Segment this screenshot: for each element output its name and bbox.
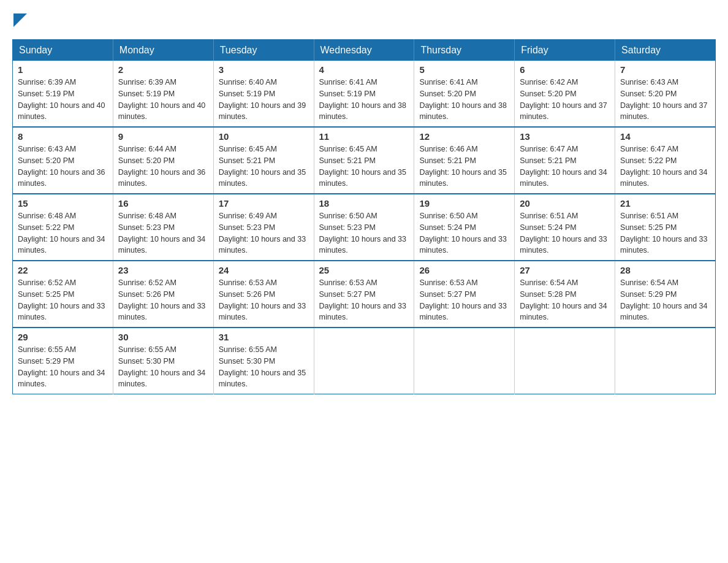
day-number: 11 xyxy=(319,131,409,142)
calendar-cell: 25 Sunrise: 6:53 AMSunset: 5:27 PMDaylig… xyxy=(314,261,414,327)
day-info: Sunrise: 6:52 AMSunset: 5:25 PMDaylight:… xyxy=(18,278,105,321)
day-number: 2 xyxy=(118,64,208,75)
day-info: Sunrise: 6:39 AMSunset: 5:19 PMDaylight:… xyxy=(118,78,205,121)
day-info: Sunrise: 6:55 AMSunset: 5:30 PMDaylight:… xyxy=(118,345,205,388)
day-info: Sunrise: 6:47 AMSunset: 5:21 PMDaylight:… xyxy=(520,145,607,188)
calendar-cell: 5 Sunrise: 6:41 AMSunset: 5:20 PMDayligh… xyxy=(414,61,515,127)
day-number: 4 xyxy=(319,64,409,75)
calendar-cell: 6 Sunrise: 6:42 AMSunset: 5:20 PMDayligh… xyxy=(515,61,615,127)
day-info: Sunrise: 6:41 AMSunset: 5:20 PMDaylight:… xyxy=(419,78,506,121)
day-info: Sunrise: 6:44 AMSunset: 5:20 PMDaylight:… xyxy=(118,145,205,188)
day-info: Sunrise: 6:54 AMSunset: 5:29 PMDaylight:… xyxy=(620,278,707,321)
calendar-cell: 4 Sunrise: 6:41 AMSunset: 5:19 PMDayligh… xyxy=(314,61,414,127)
calendar-cell: 18 Sunrise: 6:50 AMSunset: 5:23 PMDaylig… xyxy=(314,194,414,261)
day-number: 8 xyxy=(18,131,108,142)
calendar-cell: 30 Sunrise: 6:55 AMSunset: 5:30 PMDaylig… xyxy=(113,327,213,394)
calendar-week-row: 8 Sunrise: 6:43 AMSunset: 5:20 PMDayligh… xyxy=(13,127,716,194)
calendar-cell: 9 Sunrise: 6:44 AMSunset: 5:20 PMDayligh… xyxy=(113,127,213,194)
day-info: Sunrise: 6:48 AMSunset: 5:22 PMDaylight:… xyxy=(18,212,105,255)
day-info: Sunrise: 6:55 AMSunset: 5:30 PMDaylight:… xyxy=(219,345,306,388)
calendar-cell: 16 Sunrise: 6:48 AMSunset: 5:23 PMDaylig… xyxy=(113,194,213,261)
day-number: 6 xyxy=(520,64,610,75)
day-info: Sunrise: 6:53 AMSunset: 5:27 PMDaylight:… xyxy=(319,278,406,321)
day-info: Sunrise: 6:43 AMSunset: 5:20 PMDaylight:… xyxy=(620,78,707,121)
day-number: 10 xyxy=(219,131,309,142)
day-info: Sunrise: 6:50 AMSunset: 5:23 PMDaylight:… xyxy=(319,212,406,255)
day-info: Sunrise: 6:51 AMSunset: 5:24 PMDaylight:… xyxy=(520,212,607,255)
calendar-cell: 2 Sunrise: 6:39 AMSunset: 5:19 PMDayligh… xyxy=(113,61,213,127)
calendar-cell xyxy=(615,327,716,394)
calendar-cell: 14 Sunrise: 6:47 AMSunset: 5:22 PMDaylig… xyxy=(615,127,716,194)
day-info: Sunrise: 6:55 AMSunset: 5:29 PMDaylight:… xyxy=(18,345,105,388)
logo xyxy=(12,12,27,27)
calendar-cell: 23 Sunrise: 6:52 AMSunset: 5:26 PMDaylig… xyxy=(113,261,213,327)
calendar-week-row: 1 Sunrise: 6:39 AMSunset: 5:19 PMDayligh… xyxy=(13,61,716,127)
day-number: 1 xyxy=(18,64,108,75)
calendar-week-row: 22 Sunrise: 6:52 AMSunset: 5:25 PMDaylig… xyxy=(13,261,716,327)
day-info: Sunrise: 6:39 AMSunset: 5:19 PMDaylight:… xyxy=(18,78,105,121)
calendar-header-sunday: Sunday xyxy=(13,40,113,61)
calendar-cell: 24 Sunrise: 6:53 AMSunset: 5:26 PMDaylig… xyxy=(213,261,314,327)
calendar-cell: 28 Sunrise: 6:54 AMSunset: 5:29 PMDaylig… xyxy=(615,261,716,327)
page-header xyxy=(12,12,716,27)
calendar-cell: 12 Sunrise: 6:46 AMSunset: 5:21 PMDaylig… xyxy=(414,127,515,194)
svg-marker-0 xyxy=(13,13,27,27)
day-number: 18 xyxy=(319,198,409,209)
calendar-cell: 10 Sunrise: 6:45 AMSunset: 5:21 PMDaylig… xyxy=(213,127,314,194)
calendar-cell xyxy=(314,327,414,394)
calendar-header-friday: Friday xyxy=(515,40,615,61)
day-number: 24 xyxy=(219,265,309,275)
day-number: 31 xyxy=(219,332,309,342)
calendar-cell: 11 Sunrise: 6:45 AMSunset: 5:21 PMDaylig… xyxy=(314,127,414,194)
day-number: 16 xyxy=(118,198,208,209)
calendar-cell: 8 Sunrise: 6:43 AMSunset: 5:20 PMDayligh… xyxy=(13,127,113,194)
day-info: Sunrise: 6:41 AMSunset: 5:19 PMDaylight:… xyxy=(319,78,406,121)
calendar-cell: 3 Sunrise: 6:40 AMSunset: 5:19 PMDayligh… xyxy=(213,61,314,127)
day-info: Sunrise: 6:51 AMSunset: 5:25 PMDaylight:… xyxy=(620,212,707,255)
calendar-header-monday: Monday xyxy=(113,40,213,61)
day-number: 19 xyxy=(419,198,509,209)
day-number: 9 xyxy=(118,131,208,142)
day-number: 26 xyxy=(419,265,509,275)
day-number: 3 xyxy=(219,64,309,75)
calendar-header-saturday: Saturday xyxy=(615,40,716,61)
calendar-week-row: 15 Sunrise: 6:48 AMSunset: 5:22 PMDaylig… xyxy=(13,194,716,261)
calendar-cell: 29 Sunrise: 6:55 AMSunset: 5:29 PMDaylig… xyxy=(13,327,113,394)
day-number: 17 xyxy=(219,198,309,209)
day-info: Sunrise: 6:46 AMSunset: 5:21 PMDaylight:… xyxy=(419,145,506,188)
day-info: Sunrise: 6:50 AMSunset: 5:24 PMDaylight:… xyxy=(419,212,506,255)
day-info: Sunrise: 6:42 AMSunset: 5:20 PMDaylight:… xyxy=(520,78,607,121)
day-number: 27 xyxy=(520,265,610,275)
day-number: 5 xyxy=(419,64,509,75)
day-number: 28 xyxy=(620,265,710,275)
calendar-cell: 17 Sunrise: 6:49 AMSunset: 5:23 PMDaylig… xyxy=(213,194,314,261)
calendar-cell: 21 Sunrise: 6:51 AMSunset: 5:25 PMDaylig… xyxy=(615,194,716,261)
calendar-cell: 15 Sunrise: 6:48 AMSunset: 5:22 PMDaylig… xyxy=(13,194,113,261)
day-number: 23 xyxy=(118,265,208,275)
calendar-header-tuesday: Tuesday xyxy=(213,40,314,61)
calendar-header-thursday: Thursday xyxy=(414,40,515,61)
calendar-table: SundayMondayTuesdayWednesdayThursdayFrid… xyxy=(12,39,716,394)
calendar-cell xyxy=(414,327,515,394)
calendar-cell: 1 Sunrise: 6:39 AMSunset: 5:19 PMDayligh… xyxy=(13,61,113,127)
day-number: 15 xyxy=(18,198,108,209)
day-info: Sunrise: 6:53 AMSunset: 5:26 PMDaylight:… xyxy=(219,278,306,321)
calendar-cell: 7 Sunrise: 6:43 AMSunset: 5:20 PMDayligh… xyxy=(615,61,716,127)
day-number: 7 xyxy=(620,64,710,75)
day-info: Sunrise: 6:48 AMSunset: 5:23 PMDaylight:… xyxy=(118,212,205,255)
day-info: Sunrise: 6:40 AMSunset: 5:19 PMDaylight:… xyxy=(219,78,306,121)
day-info: Sunrise: 6:45 AMSunset: 5:21 PMDaylight:… xyxy=(219,145,306,188)
calendar-cell: 19 Sunrise: 6:50 AMSunset: 5:24 PMDaylig… xyxy=(414,194,515,261)
calendar-cell: 26 Sunrise: 6:53 AMSunset: 5:27 PMDaylig… xyxy=(414,261,515,327)
day-number: 25 xyxy=(319,265,409,275)
day-info: Sunrise: 6:49 AMSunset: 5:23 PMDaylight:… xyxy=(219,212,306,255)
day-number: 14 xyxy=(620,131,710,142)
calendar-cell: 22 Sunrise: 6:52 AMSunset: 5:25 PMDaylig… xyxy=(13,261,113,327)
day-number: 30 xyxy=(118,332,208,342)
calendar-week-row: 29 Sunrise: 6:55 AMSunset: 5:29 PMDaylig… xyxy=(13,327,716,394)
day-info: Sunrise: 6:47 AMSunset: 5:22 PMDaylight:… xyxy=(620,145,707,188)
calendar-header-row: SundayMondayTuesdayWednesdayThursdayFrid… xyxy=(13,40,716,61)
day-number: 22 xyxy=(18,265,108,275)
day-number: 20 xyxy=(520,198,610,209)
calendar-cell: 27 Sunrise: 6:54 AMSunset: 5:28 PMDaylig… xyxy=(515,261,615,327)
